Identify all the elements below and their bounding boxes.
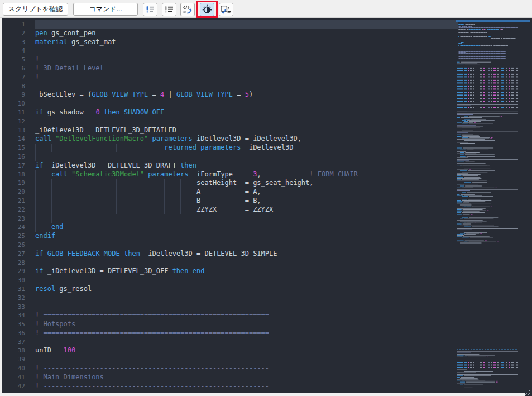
code-line-text: call "DetlevelFunctionMacro" parameters … xyxy=(35,135,458,144)
code-line-text xyxy=(35,117,458,126)
code-line[interactable]: 36! ====================================… xyxy=(2,329,458,338)
code-line[interactable]: 35! Hotspots xyxy=(2,320,458,329)
code-line-text: endif xyxy=(35,232,458,241)
code-line[interactable]: 7! =====================================… xyxy=(2,73,458,82)
code-line[interactable]: 33 xyxy=(2,303,458,312)
code-line-text: ! --------------------------------------… xyxy=(35,364,458,373)
code-line-text: unID = 100 xyxy=(35,346,458,355)
indent-guide xyxy=(35,152,36,161)
code-line[interactable]: 2pen gs_cont_pen xyxy=(2,29,458,38)
code-line[interactable]: 9_bSectElev = (GLOB_VIEW_TYPE = 4 | GLOB… xyxy=(2,90,458,99)
code-line-text xyxy=(35,276,458,285)
code-line-text: ! 3D Detail Level xyxy=(35,64,458,73)
code-line-text xyxy=(35,303,458,312)
code-line[interactable]: 39 xyxy=(2,355,458,364)
code-line[interactable]: 5! =====================================… xyxy=(2,55,458,64)
indent-guide xyxy=(51,214,52,223)
code-line[interactable]: 4 xyxy=(2,46,458,55)
code-line[interactable]: 37 xyxy=(2,338,458,347)
code-line[interactable]: 32 xyxy=(2,294,458,303)
code-line[interactable]: 28 xyxy=(2,259,458,268)
insert-script-snippet-icon xyxy=(181,4,194,15)
code-line-text: A = A, xyxy=(35,188,458,197)
code-line[interactable]: 18 call "Schematic3DModel" parameters iF… xyxy=(2,170,458,179)
open-in-new-window-button[interactable] xyxy=(219,3,233,16)
code-line-text: ! --------------------------------------… xyxy=(35,382,458,391)
code-line[interactable]: 10 xyxy=(2,99,458,108)
line-number: 23 xyxy=(2,214,25,223)
comment-lines-button[interactable] xyxy=(143,3,157,16)
code-line-text xyxy=(35,20,458,29)
line-number: 26 xyxy=(2,241,25,250)
line-number: 15 xyxy=(2,144,25,152)
code-line-text xyxy=(35,241,458,250)
code-line[interactable]: 23 xyxy=(2,214,458,223)
code-line[interactable]: 27if GLOB_FEEDBACK_MODE then _iDetlevel3… xyxy=(2,250,458,259)
code-pane[interactable]: 12pen gs_cont_pen3material gs_seat_mat45… xyxy=(2,20,458,390)
code-line-text: end xyxy=(35,223,458,232)
line-number: 22 xyxy=(2,206,25,214)
code-line[interactable]: 24 end xyxy=(2,223,458,232)
line-number: 29 xyxy=(2,267,25,276)
invert-colors-button[interactable] xyxy=(200,3,214,16)
code-line[interactable]: 40! ------------------------------------… xyxy=(2,364,458,373)
line-number: 42 xyxy=(2,382,25,391)
code-line-text: pen gs_cont_pen xyxy=(35,29,458,38)
window-bottom-edge xyxy=(0,393,525,396)
minimap[interactable] xyxy=(456,23,520,393)
code-line-text: ! ======================================… xyxy=(35,55,458,64)
line-number: 36 xyxy=(2,329,25,338)
code-line[interactable]: 38unID = 100 xyxy=(2,346,458,355)
code-line[interactable]: 15 returned_parameters _iDetlevel3D xyxy=(2,144,458,152)
command-button[interactable]: コマンド... xyxy=(73,3,138,16)
line-number: 17 xyxy=(2,161,25,170)
code-line[interactable]: 29if _iDetlevel3D = DETLEVEL_3D_OFF then… xyxy=(2,267,458,276)
code-line[interactable]: 17if _iDetlevel3D = DETLEVEL_3D_DRAFT th… xyxy=(2,161,458,170)
code-line[interactable]: 1 xyxy=(2,20,458,29)
line-number: 31 xyxy=(2,285,25,294)
code-line[interactable]: 11if gs_shadow = 0 then SHADOW OFF xyxy=(2,108,458,117)
line-number: 35 xyxy=(2,320,25,329)
code-line-text xyxy=(35,82,458,91)
code-line[interactable]: 6! 3D Detail Level xyxy=(2,64,458,73)
code-line-text: if _iDetlevel3D = DETLEVEL_3D_OFF then e… xyxy=(35,267,458,276)
code-line-text: if _iDetlevel3D = DETLEVEL_3D_DRAFT then xyxy=(35,161,458,170)
line-number: 37 xyxy=(2,338,25,347)
code-line-text: ! ======================================… xyxy=(35,311,458,320)
line-number: 40 xyxy=(2,364,25,373)
code-line[interactable]: 25endif xyxy=(2,232,458,241)
line-number: 34 xyxy=(2,311,25,320)
uncomment-lines-button[interactable] xyxy=(162,3,176,16)
code-line-text xyxy=(35,214,458,223)
code-line[interactable]: 20 A = A, xyxy=(2,188,458,197)
code-line[interactable]: 13_iDetlevel3D = DETLEVEL_3D_DETAILED xyxy=(2,126,458,135)
code-line-text xyxy=(35,294,458,303)
check-script-button[interactable]: スクリプトを確認 xyxy=(3,3,68,16)
code-line[interactable]: 16 xyxy=(2,152,458,161)
line-number: 16 xyxy=(2,152,25,161)
code-line[interactable]: 12 xyxy=(2,117,458,126)
code-line-text: seatHeight = gs_seat_height, xyxy=(35,179,458,188)
code-line[interactable]: 21 B = B, xyxy=(2,197,458,206)
line-number: 21 xyxy=(2,197,25,206)
code-line[interactable]: 14call "DetlevelFunctionMacro" parameter… xyxy=(2,135,458,144)
code-line[interactable]: 26 xyxy=(2,241,458,250)
line-number: 7 xyxy=(2,73,25,82)
code-line[interactable]: 19 seatHeight = gs_seat_height, xyxy=(2,179,458,188)
insert-script-snippet-button[interactable] xyxy=(180,3,195,16)
code-line[interactable]: 31resol gs_resol xyxy=(2,285,458,294)
code-line[interactable]: 22 ZZYZX = ZZYZX xyxy=(2,206,458,214)
window-left-edge xyxy=(0,18,2,393)
code-line[interactable]: 41! Main Dimensions xyxy=(2,373,458,382)
code-line[interactable]: 3material gs_seat_mat xyxy=(2,38,458,47)
code-line[interactable]: 34! ====================================… xyxy=(2,311,458,320)
line-number: 24 xyxy=(2,223,25,232)
code-line-text: _bSectElev = (GLOB_VIEW_TYPE = 4 | GLOB_… xyxy=(35,90,458,99)
line-number: 9 xyxy=(2,90,25,99)
line-number: 4 xyxy=(2,46,25,55)
code-line[interactable]: 8 xyxy=(2,82,458,91)
code-line[interactable]: 30 xyxy=(2,276,458,285)
code-line[interactable]: 42! ------------------------------------… xyxy=(2,382,458,391)
minimap-selection-indicator xyxy=(456,20,530,22)
code-line-text: if GLOB_FEEDBACK_MODE then _iDetlevel3D … xyxy=(35,250,458,259)
